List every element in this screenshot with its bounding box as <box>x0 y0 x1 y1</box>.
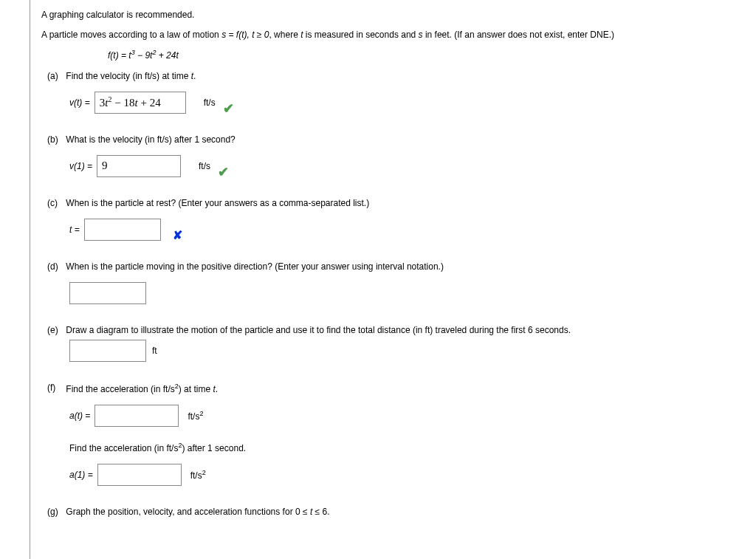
part-g: (g) Graph the position, velocity, and ac… <box>41 507 745 517</box>
intro-section: A graphing calculator is recommended. A … <box>41 9 745 61</box>
intro-line2: A particle moves according to a law of m… <box>41 29 745 41</box>
part-c-prefix: t = <box>69 224 80 235</box>
part-d-input[interactable] <box>69 282 146 304</box>
part-f: (f) Find the acceleration (in ft/s2) at … <box>41 383 745 486</box>
part-c-question: When is the particle at rest? (Enter you… <box>66 198 369 208</box>
part-b-label: (b) <box>47 134 63 145</box>
part-e: (e) Draw a diagram to illustrate the mot… <box>41 325 745 362</box>
part-a-label: (a) <box>47 71 63 81</box>
part-e-label: (e) <box>47 325 63 335</box>
part-c-label: (c) <box>47 198 63 208</box>
main-formula: f(t) = t3 − 9t2 + 24t <box>108 49 745 61</box>
part-a-question: Find the velocity (in ft/s) at time t. <box>66 71 196 81</box>
part-b-unit: ft/s <box>199 161 210 171</box>
part-f-sub-input[interactable] <box>97 464 182 486</box>
part-f-label: (f) <box>47 383 63 393</box>
part-a-input[interactable]: 3t2 − 18t + 24 <box>94 92 186 114</box>
check-icon: ✔ <box>223 100 234 117</box>
part-e-input[interactable] <box>69 340 146 362</box>
part-f-answer-row: a(t) = ft/s2 <box>69 405 745 427</box>
part-c: (c) When is the particle at rest? (Enter… <box>41 198 745 241</box>
part-g-question: Graph the position, velocity, and accele… <box>66 507 329 517</box>
intro-line1: A graphing calculator is recommended. <box>41 9 745 21</box>
part-f-input[interactable] <box>94 405 179 427</box>
part-b: (b) What is the velocity (in ft/s) after… <box>41 134 745 177</box>
part-f-question: Find the acceleration (in ft/s2) at time… <box>66 384 218 394</box>
part-b-input[interactable]: 9 <box>97 155 181 177</box>
part-a-prefix: v(t) = <box>69 97 90 108</box>
part-e-answer-row: ft <box>69 340 745 362</box>
part-e-question: Draw a diagram to illustrate the motion … <box>66 325 571 335</box>
part-d-answer-row <box>69 282 745 304</box>
part-f-sub-question: Find the acceleration (in ft/s2) after 1… <box>69 442 745 453</box>
part-f-sub-answer-row: a(1) = ft/s2 <box>69 464 745 486</box>
part-g-label: (g) <box>47 507 63 517</box>
part-a: (a) Find the velocity (in ft/s) at time … <box>41 71 745 114</box>
part-f-sub-unit: ft/s2 <box>190 469 206 481</box>
part-d: (d) When is the particle moving in the p… <box>41 261 745 304</box>
part-b-prefix: v(1) = <box>69 161 92 171</box>
part-e-unit: ft <box>152 346 157 356</box>
part-a-answer-row: v(t) = 3t2 − 18t + 24 ft/s ✔ <box>69 92 745 114</box>
part-f-unit: ft/s2 <box>188 410 203 422</box>
part-f-prefix: a(t) = <box>69 411 90 421</box>
part-d-question: When is the particle moving in the posit… <box>66 261 444 272</box>
part-a-unit: ft/s <box>204 97 216 108</box>
part-b-answer-row: v(1) = 9 ft/s ✔ <box>69 155 745 177</box>
x-icon: ✘ <box>173 228 182 242</box>
part-d-label: (d) <box>47 261 63 272</box>
part-f-sub-prefix: a(1) = <box>69 470 93 480</box>
problem-container: A graphing calculator is recommended. A … <box>30 0 756 559</box>
part-c-input[interactable] <box>84 219 161 241</box>
part-c-answer-row: t = ✘ <box>69 219 745 241</box>
check-icon: ✔ <box>218 164 229 180</box>
part-b-question: What is the velocity (in ft/s) after 1 s… <box>66 134 235 145</box>
